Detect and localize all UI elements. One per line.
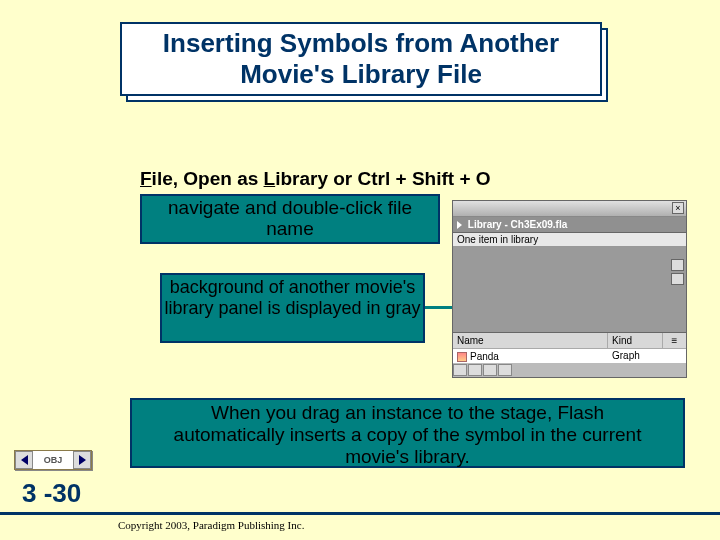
col-name[interactable]: Name [453,333,608,348]
panel-header: Library - Ch3Ex09.fla [453,217,686,233]
mnemonic-f: F [140,168,152,189]
col-sort[interactable]: ≡ [663,333,686,348]
new-folder-button[interactable] [468,364,482,376]
item-count: One item in library [453,233,686,247]
close-button[interactable]: × [672,202,684,214]
table-row[interactable]: Panda Graph [453,349,686,364]
callout-drag-text: When you drag an instance to the stage, … [174,402,642,467]
row-kind-cell: Graph [608,349,663,364]
wide-view-button[interactable] [671,259,684,271]
new-symbol-button[interactable] [453,364,467,376]
slide-number: 3 -30 [22,478,81,509]
triangle-right-icon [79,455,86,465]
callout-drag: When you drag an instance to the stage, … [130,398,685,468]
disclosure-icon [457,221,462,229]
panel-toolbar [453,363,686,377]
column-headers: Name Kind ≡ [453,333,686,349]
col-kind[interactable]: Kind [608,333,663,348]
callout-navigate-text: navigate and double-click file name [168,197,412,239]
next-button[interactable] [73,451,91,469]
narrow-view-button[interactable] [671,273,684,285]
footer-bar [0,512,720,515]
callout-navigate: navigate and double-click file name [140,194,440,244]
copyright-text: Copyright 2003, Paradigm Publishing Inc. [118,519,304,531]
preview-area [453,247,686,333]
panel-title: Library - Ch3Ex09.fla [468,219,567,230]
row-name-text: Panda [470,351,499,362]
preview-controls [671,259,684,287]
title-inner: Inserting Symbols from Another Movie's L… [120,22,602,96]
triangle-left-icon [21,455,28,465]
symbol-icon [457,352,467,362]
row-name-cell: Panda [453,349,608,364]
title-box: Inserting Symbols from Another Movie's L… [120,22,610,102]
delete-button[interactable] [498,364,512,376]
obj-label: OBJ [33,455,73,465]
panel-titlebar: × [453,201,686,217]
nav-widget: OBJ [14,450,92,470]
title-text: Inserting Symbols from Another Movie's L… [126,28,596,90]
mnemonic-l: L [264,168,276,189]
library-panel: × Library - Ch3Ex09.fla One item in libr… [452,200,687,378]
callout-background-text: background of another movie's library pa… [164,277,420,318]
properties-button[interactable] [483,364,497,376]
callout-background: background of another movie's library pa… [160,273,425,343]
shortcut-text: File, Open as Library or Ctrl + Shift + … [140,168,491,190]
prev-button[interactable] [15,451,33,469]
